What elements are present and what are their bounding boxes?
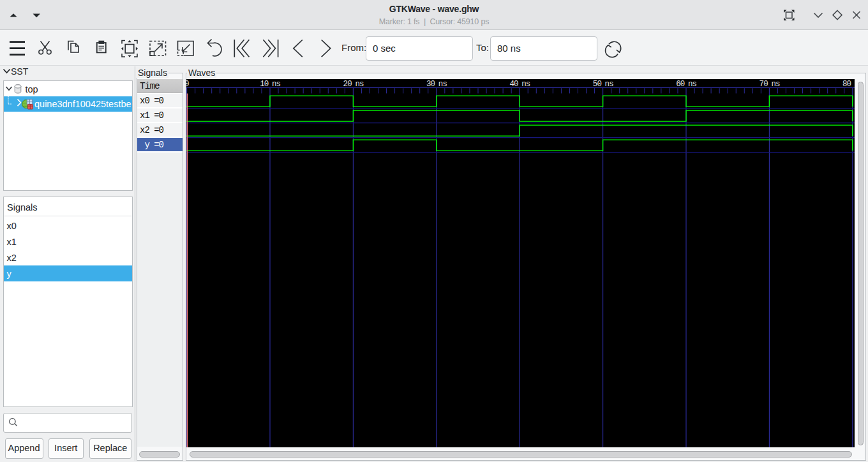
svg-text:20: 20	[343, 80, 352, 89]
svg-text:ns: ns	[438, 80, 447, 89]
svg-text:80: 80	[842, 80, 851, 89]
svg-text:30: 30	[426, 80, 435, 89]
svg-text:ns: ns	[521, 80, 530, 89]
svg-text:ns: ns	[605, 80, 614, 89]
svg-text:40: 40	[509, 80, 518, 89]
svg-text:ns: ns	[272, 80, 281, 89]
svg-text:60: 60	[676, 80, 685, 89]
svg-text:0: 0	[186, 80, 189, 89]
svg-text:50: 50	[593, 80, 602, 89]
svg-text:10: 10	[260, 80, 269, 89]
svg-text:70: 70	[760, 80, 768, 89]
svg-text:ns: ns	[355, 80, 364, 89]
svg-text:ns: ns	[688, 80, 697, 89]
svg-text:ns: ns	[771, 80, 780, 89]
